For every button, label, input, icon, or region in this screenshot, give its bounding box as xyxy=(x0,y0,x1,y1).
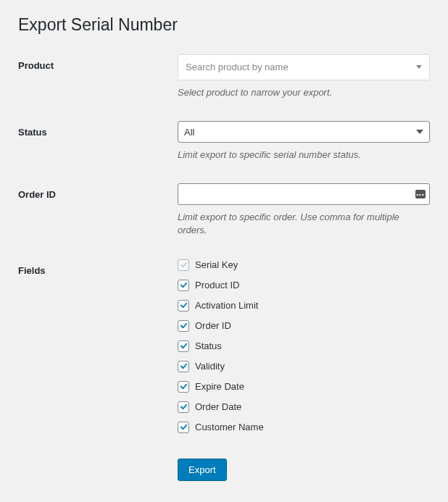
status-label: Status xyxy=(18,121,178,138)
input-handle-icon: ••• xyxy=(415,190,426,198)
check-icon xyxy=(180,261,188,269)
product-placeholder: Search product by name xyxy=(186,62,289,72)
checkbox-label: Expire Date xyxy=(195,381,244,392)
checkbox-item: Serial Key xyxy=(178,259,430,271)
check-icon xyxy=(180,403,188,411)
product-control: Search product by name Select product to… xyxy=(178,54,430,99)
orderid-description: Limit export to specific order. Use comm… xyxy=(178,211,430,237)
checkbox[interactable] xyxy=(178,340,189,352)
check-icon xyxy=(180,301,188,309)
fields-label: Fields xyxy=(18,259,178,276)
product-select[interactable]: Search product by name xyxy=(178,54,430,80)
checkbox-item: Activation Limit xyxy=(178,300,430,311)
checkbox-label: Activation Limit xyxy=(195,300,258,311)
checkbox-item: Validity xyxy=(178,361,430,372)
fields-checkbox-list: Serial KeyProduct IDActivation LimitOrde… xyxy=(178,259,430,433)
checkbox xyxy=(178,259,189,271)
status-description: Limit export to specific serial number s… xyxy=(178,148,430,162)
status-select[interactable]: All xyxy=(178,121,430,143)
fields-row: Fields Serial KeyProduct IDActivation Li… xyxy=(18,259,430,433)
check-icon xyxy=(180,322,188,330)
fields-control: Serial KeyProduct IDActivation LimitOrde… xyxy=(178,259,430,433)
checkbox-label: Status xyxy=(195,340,222,351)
checkbox-item: Product ID xyxy=(178,280,430,291)
product-label: Product xyxy=(18,54,178,71)
chevron-down-icon xyxy=(416,65,422,69)
orderid-row: Order ID ••• Limit export to specific or… xyxy=(18,183,430,237)
checkbox[interactable] xyxy=(178,320,189,332)
checkbox-item: Customer Name xyxy=(178,422,430,433)
checkbox[interactable] xyxy=(178,300,189,311)
status-control: All Limit export to specific serial numb… xyxy=(178,121,430,162)
status-selected: All xyxy=(184,127,194,138)
orderid-control: ••• Limit export to specific order. Use … xyxy=(178,183,430,237)
product-description: Select product to narrow your export. xyxy=(178,86,430,99)
check-icon xyxy=(180,382,188,390)
check-icon xyxy=(180,342,188,350)
checkbox[interactable] xyxy=(178,401,189,413)
submit-row: Export xyxy=(178,459,430,481)
checkbox-item: Expire Date xyxy=(178,381,430,393)
product-row: Product Search product by name Select pr… xyxy=(18,54,430,99)
page-title: Export Serial Number xyxy=(18,14,430,36)
orderid-label: Order ID xyxy=(18,183,178,200)
checkbox-label: Order ID xyxy=(195,320,231,331)
checkbox-item: Order Date xyxy=(178,401,430,413)
orderid-input[interactable] xyxy=(178,183,430,205)
checkbox-label: Customer Name xyxy=(195,422,264,432)
chevron-down-icon xyxy=(416,130,423,134)
checkbox-label: Product ID xyxy=(195,280,239,290)
check-icon xyxy=(180,362,188,370)
checkbox-label: Validity xyxy=(195,361,225,372)
export-button[interactable]: Export xyxy=(178,459,227,481)
check-icon xyxy=(180,281,188,289)
check-icon xyxy=(180,423,188,431)
checkbox[interactable] xyxy=(178,422,189,433)
checkbox[interactable] xyxy=(178,361,189,372)
checkbox[interactable] xyxy=(178,280,189,291)
checkbox-label: Serial Key xyxy=(195,259,238,270)
checkbox-label: Order Date xyxy=(195,401,241,412)
status-row: Status All Limit export to specific seri… xyxy=(18,121,430,162)
checkbox-item: Status xyxy=(178,340,430,352)
checkbox[interactable] xyxy=(178,381,189,393)
checkbox-item: Order ID xyxy=(178,320,430,332)
